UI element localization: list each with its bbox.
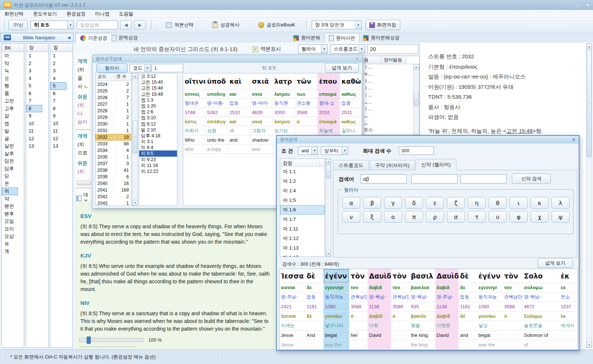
zoom-slider-thumb[interactable] — [87, 336, 91, 344]
result-cell[interactable]: ὁ — [503, 312, 523, 321]
interlinear-cell[interactable]: 저희가 — [183, 126, 206, 135]
verse-item[interactable]: 히 12:22 — [139, 168, 177, 174]
result-cell[interactable]: ἐγένν — [477, 269, 503, 283]
interlinear-cell[interactable]: καί — [228, 117, 250, 126]
interlinear-cell[interactable]: 과 — [228, 126, 250, 135]
interlinear-cell[interactable]: και — [228, 90, 250, 99]
result-cell[interactable]: 1138 — [435, 302, 459, 312]
toolbar-grip[interactable] — [4, 21, 6, 29]
table-row[interactable]: ㅏ... — [362, 78, 419, 85]
result-cell[interactable]: 1161 — [459, 302, 477, 312]
result-cell[interactable]: and — [459, 331, 477, 340]
result-cell[interactable]: 에게서 — [559, 321, 578, 331]
interlinear-cell[interactable]: καὶ — [228, 73, 250, 90]
result-cell[interactable]: τὸν — [391, 269, 409, 283]
interlinear-cell[interactable]: 명-여여- — [250, 99, 273, 108]
column-header-verse[interactable]: 장절 — [280, 159, 325, 167]
list-item[interactable]: 요 — [2, 75, 24, 83]
result-cell[interactable]: γεννάω — [477, 312, 503, 321]
result-cell[interactable]: 솔로몬을 — [523, 321, 559, 331]
table-row[interactable]: ㅡ — [362, 113, 419, 120]
verse-item[interactable]: 고전 15:40 — [139, 79, 177, 85]
interlinear-cell[interactable]: ἐπου — [318, 73, 340, 90]
scrollbar-thumb[interactable]: = — [414, 93, 419, 106]
scroll-up-icon[interactable]: ▲ — [413, 64, 419, 70]
result-cell[interactable] — [459, 340, 477, 350]
scrollbar[interactable]: ▲=▼ — [132, 73, 138, 206]
result-cell[interactable]: 2421 — [279, 302, 305, 312]
column-header[interactable]: 절 — [50, 44, 72, 52]
greek-language-button[interactable]: 헬라어 — [97, 63, 127, 73]
interlinear-cell[interactable]: καθὼ — [340, 73, 362, 90]
window-layout-combo[interactable]: 창 3개 닫은것▼ — [312, 21, 362, 29]
result-cell[interactable]: 이새는 — [279, 321, 305, 331]
result-cell[interactable]: δέ — [459, 312, 477, 321]
result-cell[interactable]: δὲ — [305, 269, 323, 283]
result-cell[interactable]: σολομω — [523, 283, 559, 292]
list-item[interactable]: 7 — [26, 97, 48, 105]
navigator-collapse-button[interactable]: ◀ — [68, 35, 70, 40]
result-cell[interactable]: 관목남단 — [391, 292, 409, 302]
list-item[interactable]: 13 — [26, 142, 48, 150]
result-cell[interactable]: ἐκ — [559, 312, 578, 321]
list-item[interactable]: 롬 — [2, 90, 24, 98]
code-row[interactable]: 203219 — [95, 134, 131, 141]
match-position-combo[interactable]: 앞부터▼ — [321, 146, 348, 155]
interlinear-cell[interactable]: ἐπουρά — [318, 117, 340, 126]
zoom-slider[interactable] — [79, 338, 144, 342]
close-icon[interactable]: ✕ — [355, 56, 359, 62]
scroll-up-icon[interactable]: ▲ — [586, 44, 592, 49]
chevron-down-icon[interactable]: ▼ — [358, 45, 365, 53]
list-item[interactable]: 요일 — [2, 218, 24, 225]
table-row[interactable]: 트스 — [362, 127, 419, 134]
nt-search-button[interactable]: 신약 검색 — [512, 174, 551, 184]
greek-key-button[interactable]: τ — [468, 211, 486, 223]
result-cell[interactable]: was the — [477, 340, 503, 350]
list-item[interactable]: 딤전 — [2, 157, 24, 165]
result-cell[interactable]: begat — [323, 331, 349, 340]
tab-context-bible[interactable]: 문맥성경 — [107, 33, 142, 43]
interlinear-cell[interactable]: λατρ — [273, 73, 295, 90]
greek-key-button[interactable]: ο — [384, 211, 402, 223]
list-item[interactable]: 빌 — [2, 127, 24, 135]
verse-input[interactable] — [77, 21, 118, 29]
list-item[interactable]: 8 — [26, 105, 42, 113]
code-row[interactable]: 203841 — [95, 167, 131, 174]
greek-key-button[interactable]: ν — [342, 211, 360, 223]
result-cell[interactable]: 명-주남- — [435, 292, 459, 302]
result-cell[interactable] — [459, 321, 477, 331]
result-cell[interactable]: Δαυὶδ — [435, 269, 459, 283]
column-header[interactable]: BK — [2, 44, 24, 52]
code-row[interactable]: 20292 — [95, 114, 131, 121]
scrollbar-thumb[interactable]: = — [133, 120, 137, 153]
verse-item[interactable]: 엡 3:10 — [139, 115, 177, 121]
result-cell[interactable] — [559, 331, 578, 340]
verse-item[interactable]: 히 6:4 — [139, 145, 177, 150]
code-row[interactable]: 20271 — [95, 101, 131, 108]
list-item[interactable]: 살후 — [2, 150, 24, 158]
greek-key-button[interactable]: α — [342, 197, 360, 209]
code-row[interactable]: 20242 — [95, 81, 131, 88]
interlinear-cell[interactable]: 3000 — [273, 108, 295, 117]
result-cell[interactable] — [349, 340, 368, 350]
result-cell[interactable]: Δαυὶδ — [368, 269, 391, 283]
interlinear-cell[interactable]: 같으니 — [340, 126, 362, 135]
result-cell[interactable]: David — [368, 331, 391, 340]
result-cell[interactable]: τὸν — [503, 269, 523, 283]
result-cell[interactable]: 4672 — [523, 302, 559, 312]
verse-item[interactable]: 마 1:1 — [280, 167, 325, 176]
window-title-bar[interactable]: 원어성구검색✕ — [93, 55, 362, 63]
code-row[interactable]: 20252 — [95, 88, 131, 94]
list-item[interactable]: 12 — [26, 135, 48, 143]
ot-nt-toggle-button[interactable]: 구/신 — [8, 20, 28, 30]
greek-key-button[interactable]: θ — [489, 197, 507, 209]
scrollbar[interactable]: ▲=▼ — [325, 159, 331, 257]
search-term-input-3[interactable] — [460, 174, 507, 183]
result-cell[interactable]: βασιλ — [409, 269, 435, 283]
interlinear-cell[interactable]: 하늘에 — [318, 126, 340, 135]
scrollbar[interactable]: ▲=▼ — [586, 43, 592, 348]
scroll-down-icon[interactable]: ▼ — [586, 342, 592, 347]
window-title-bar[interactable]: 원어검색✕ — [277, 136, 579, 143]
interlinear-cell[interactable]: 5262 — [206, 108, 228, 117]
interlinear-cell[interactable]: καθως — [340, 90, 362, 99]
